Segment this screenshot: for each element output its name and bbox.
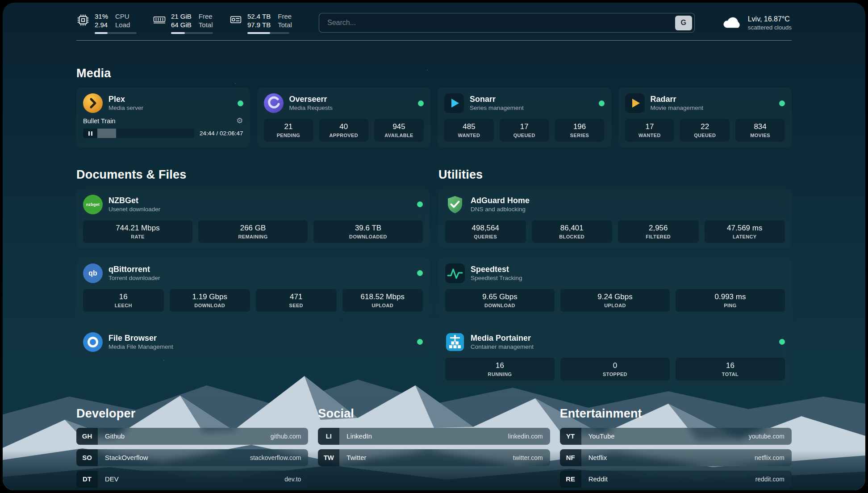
- stat-queued: 22 QUEUED: [680, 119, 730, 142]
- stat-download: 1.19 Gbps DOWNLOAD: [170, 289, 250, 312]
- service-name: Radarr: [651, 94, 704, 104]
- service-card-plex[interactable]: Plex Media server Bullet Train ⚙: [76, 88, 250, 147]
- cpu-widget: 31% 2.94 CPU Load: [76, 12, 137, 34]
- section-title-documents: Documents & Files: [76, 168, 430, 182]
- bookmark-name: DEV: [105, 475, 119, 483]
- section-developer: Developer GH Github github.com SO StackO…: [76, 407, 308, 490]
- stat-seed: 471 SEED: [256, 289, 337, 312]
- speedtest-icon: [445, 263, 465, 283]
- service-card-filebrowser[interactable]: File Browser Media File Management: [76, 326, 430, 358]
- service-card-speedtest[interactable]: Speedtest Speedtest Tracking 9.65 Gbps D…: [438, 258, 792, 318]
- portainer-icon: [445, 332, 465, 352]
- stat-remaining: 266 GB REMAINING: [198, 220, 308, 243]
- playback-time: 24:44 / 02:06:47: [200, 130, 243, 137]
- bookmark-dev[interactable]: DT DEV dev.to: [76, 471, 308, 488]
- bookmark-url: reddit.com: [755, 476, 785, 483]
- bookmark-linkedin[interactable]: LI LinkedIn linkedin.com: [318, 428, 550, 445]
- memory-label-bottom: Total: [199, 21, 213, 29]
- bookmark-twitter[interactable]: TW Twitter twitter.com: [318, 449, 550, 466]
- service-name: Media Portainer: [471, 333, 534, 343]
- stat-latency: 47.569 ms LATENCY: [705, 220, 785, 243]
- qbittorrent-icon: qb: [83, 263, 103, 283]
- bookmark-name: YouTube: [588, 432, 615, 440]
- bookmark-name: Github: [105, 432, 125, 440]
- status-online-dot: [238, 100, 243, 106]
- weather-condition: scattered clouds: [748, 24, 792, 31]
- bookmark-stackoverflow[interactable]: SO StackOverflow stackoverflow.com: [76, 449, 308, 466]
- service-name: Sonarr: [470, 94, 524, 104]
- service-card-portainer[interactable]: Media Portainer Container management 16 …: [438, 326, 792, 386]
- cpu-usage-bar: [95, 32, 137, 34]
- stat-blocked: 86,401 BLOCKED: [532, 220, 613, 243]
- status-online-dot: [417, 270, 423, 276]
- bookmark-abbr: GH: [76, 428, 98, 445]
- section-title-utilities: Utilities: [438, 168, 792, 182]
- status-online-dot: [599, 100, 605, 106]
- playback-progress-bar[interactable]: [97, 129, 194, 138]
- service-name: File Browser: [108, 333, 173, 343]
- bookmark-url: linkedin.com: [508, 433, 543, 440]
- gear-icon[interactable]: ⚙: [236, 117, 243, 125]
- service-name: Overseerr: [289, 94, 333, 104]
- search-provider-button[interactable]: G: [675, 16, 692, 30]
- bookmark-netflix[interactable]: NF Netflix netflix.com: [560, 449, 792, 466]
- status-online-dot: [779, 100, 785, 106]
- service-name: AdGuard Home: [471, 196, 530, 206]
- search-input[interactable]: [326, 18, 675, 27]
- service-card-adguard[interactable]: AdGuard Home DNS and adblocking 498,564 …: [438, 189, 792, 249]
- stat-available: 945 AVAILABLE: [374, 119, 424, 142]
- memory-label-top: Free: [199, 12, 213, 21]
- service-subtitle: Media Requests: [289, 104, 333, 112]
- service-subtitle: Movie management: [651, 104, 704, 112]
- filebrowser-icon: [83, 332, 103, 352]
- weather-widget: Lviv, 16.87°C scattered clouds: [722, 15, 792, 31]
- bookmark-name: Reddit: [588, 475, 608, 483]
- stat-filtered: 2,956 FILTERED: [618, 220, 699, 243]
- section-title-social: Social: [318, 407, 550, 421]
- bookmark-name: Twitter: [346, 454, 366, 461]
- bookmark-abbr: SO: [76, 449, 98, 466]
- service-subtitle: Media server: [108, 104, 143, 112]
- bookmark-url: netflix.com: [755, 454, 785, 461]
- cpu-load-value: 2.94: [95, 21, 108, 29]
- service-card-radarr[interactable]: Radarr Movie management 17 WANTED 22 QUE…: [618, 88, 792, 147]
- service-subtitle: DNS and adblocking: [471, 205, 530, 213]
- service-card-overseerr[interactable]: Overseerr Media Requests 21 PENDING 40 A…: [257, 88, 431, 147]
- section-title-developer: Developer: [76, 407, 308, 421]
- stat-upload: 9.24 Gbps UPLOAD: [560, 289, 670, 312]
- stat-pending: 21 PENDING: [264, 119, 313, 142]
- bookmark-abbr: LI: [318, 428, 339, 445]
- service-subtitle: Usenet downloader: [108, 205, 160, 213]
- stat-queued: 17 QUEUED: [500, 119, 549, 142]
- pause-button[interactable]: [83, 129, 97, 138]
- bookmark-url: youtube.com: [749, 433, 785, 440]
- service-name: Plex: [108, 94, 143, 104]
- bookmark-github[interactable]: GH Github github.com: [76, 428, 308, 445]
- disk-usage-bar: [247, 32, 289, 34]
- service-subtitle: Container management: [471, 343, 534, 351]
- service-card-qbittorrent[interactable]: qb qBittorrent Torrent downloader 16: [76, 258, 430, 318]
- radarr-icon: [625, 93, 645, 113]
- nzbget-icon: nzbget: [83, 195, 103, 214]
- section-documents: Documents & Files nzbget NZBGet Usenet d…: [76, 168, 430, 386]
- disk-label-top: Free: [278, 12, 292, 21]
- cpu-label-top: CPU: [115, 12, 130, 21]
- section-title-entertainment: Entertainment: [560, 407, 792, 421]
- snow-specks: [3, 3, 4, 4]
- service-card-nzbget[interactable]: nzbget NZBGet Usenet downloader 744.21 M…: [76, 189, 430, 249]
- disk-label-bottom: Total: [278, 21, 292, 29]
- section-media: Media Plex Media server: [76, 67, 792, 147]
- bookmark-url: twitter.com: [513, 454, 543, 461]
- service-card-sonarr[interactable]: Sonarr Series management 485 WANTED 17 Q…: [438, 88, 611, 147]
- topbar-divider: [76, 40, 792, 41]
- memory-free-value: 21 GiB: [171, 12, 192, 21]
- stat-approved: 40 APPROVED: [319, 119, 368, 142]
- status-online-dot: [418, 100, 424, 106]
- cpu-chip-icon: [76, 13, 90, 27]
- cloud-icon: [722, 15, 742, 30]
- section-entertainment: Entertainment YT YouTube youtube.com NF …: [560, 407, 792, 490]
- stat-upload: 618.52 Mbps UPLOAD: [342, 289, 423, 312]
- bookmark-reddit[interactable]: RE Reddit reddit.com: [560, 471, 792, 488]
- bookmark-youtube[interactable]: YT YouTube youtube.com: [560, 428, 792, 445]
- search-bar: G: [319, 13, 695, 33]
